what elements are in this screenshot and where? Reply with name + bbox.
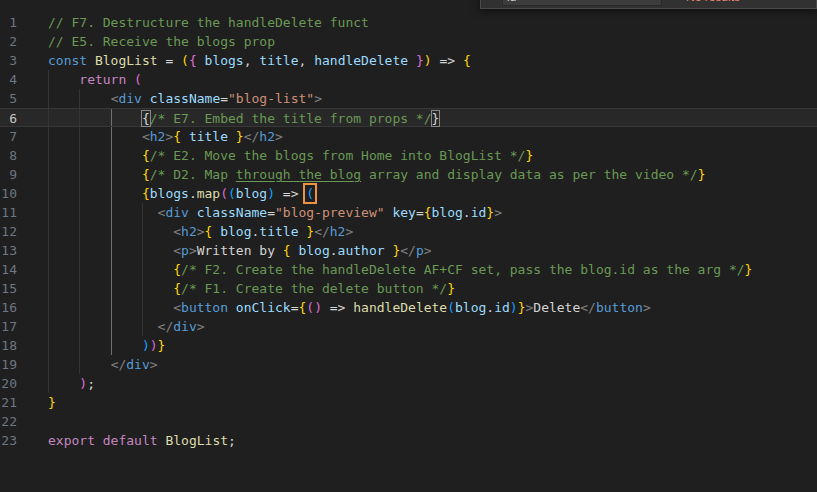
code-line[interactable]: 19 </div> <box>0 355 817 374</box>
code-text: return ( <box>48 70 142 89</box>
line-number: 10 <box>0 184 17 203</box>
line-number: 22 <box>0 412 17 431</box>
code-line[interactable]: 9 {/* D2. Map through the blog array and… <box>0 165 817 184</box>
code-line[interactable]: 23export default BlogList; <box>0 431 817 450</box>
find-toggles: Aa ab .* <box>605 0 657 5</box>
find-widget: › id Aa ab .* No results ≡ ✕ <box>480 0 817 9</box>
code-line[interactable]: 5 <div className="blog-list"> <box>0 89 817 108</box>
code-line[interactable]: 17 </div> <box>0 317 817 336</box>
line-number: 23 <box>0 431 17 450</box>
find-query-text: id <box>507 0 605 5</box>
line-number: 17 <box>0 317 17 336</box>
code-text: {blogs.map((blog) => ( <box>48 184 314 203</box>
code-text: {/* F1. Create the delete button */} <box>48 279 455 298</box>
code-line[interactable]: 16 <button onClick={() => handleDelete(b… <box>0 298 817 317</box>
code-line[interactable]: 12 <h2>{ blog.title }</h2> <box>0 222 817 241</box>
code-line[interactable]: 2// E5. Receive the blogs prop <box>0 32 817 51</box>
code-text: ); <box>48 374 95 393</box>
code-line[interactable]: 3const BlogList = ({ blogs, title, handl… <box>0 51 817 70</box>
code-text: {/* F2. Create the handleDelete AF+CF se… <box>48 260 752 279</box>
line-number: 16 <box>0 298 17 317</box>
code-line[interactable]: 15 {/* F1. Create the delete button */} <box>0 279 817 298</box>
code-text: // F7. Destructure the handleDelete func… <box>48 13 369 32</box>
code-line[interactable]: 14 {/* F2. Create the handleDelete AF+CF… <box>0 260 817 279</box>
find-close-icon[interactable]: ✕ <box>802 0 811 3</box>
code-text: <div className="blog-preview" key={blog.… <box>48 203 502 222</box>
code-editor: 1// F7. Destructure the handleDelete fun… <box>0 0 817 492</box>
code-text: ))} <box>48 336 165 355</box>
line-number: 21 <box>0 393 17 412</box>
code-text: export default BlogList; <box>48 431 236 450</box>
line-number: 9 <box>0 165 17 184</box>
code-line[interactable]: 11 <div className="blog-preview" key={bl… <box>0 203 817 222</box>
line-number: 18 <box>0 336 17 355</box>
code-line[interactable]: 21} <box>0 393 817 412</box>
code-line[interactable]: 18 ))} <box>0 336 817 355</box>
line-number: 11 <box>0 203 17 222</box>
line-number: 2 <box>0 32 17 51</box>
code-text: } <box>48 393 56 412</box>
line-number: 14 <box>0 260 17 279</box>
line-number: 1 <box>0 13 17 32</box>
line-number: 4 <box>0 70 17 89</box>
line-number: 5 <box>0 89 17 108</box>
code-text: <p>Written by { blog.author }</p> <box>48 241 432 260</box>
code-text: {/* E7. Embed the title from props */} <box>48 109 439 128</box>
code-text: const BlogList = ({ blogs, title, handle… <box>48 51 471 70</box>
code-line[interactable]: 13 <p>Written by { blog.author }</p> <box>0 241 817 260</box>
code-line[interactable]: 8 {/* E2. Move the blogs from Home into … <box>0 146 817 165</box>
code-line[interactable]: 1// F7. Destructure the handleDelete fun… <box>0 13 817 32</box>
code-line[interactable]: 10 {blogs.map((blog) => ( <box>0 184 817 203</box>
find-in-selection-icon[interactable]: ≡ <box>785 0 792 4</box>
line-number: 7 <box>0 127 17 146</box>
code-text: <h2>{ blog.title }</h2> <box>48 222 353 241</box>
code-text: // E5. Receive the blogs prop <box>48 32 275 51</box>
code-line[interactable]: 7 <h2>{ title }</h2> <box>0 127 817 146</box>
code-text: </div> <box>48 355 158 374</box>
line-number: 3 <box>0 51 17 70</box>
line-number: 8 <box>0 146 17 165</box>
line-number: 13 <box>0 241 17 260</box>
code-text: <h2>{ title }</h2> <box>48 127 283 146</box>
code-line[interactable]: 6 {/* E7. Embed the title from props */} <box>0 108 817 127</box>
code-text: {/* D2. Map through the blog array and d… <box>48 165 705 184</box>
code-line[interactable]: 22 <box>0 412 817 431</box>
code-text: <div className="blog-list"> <box>48 89 322 108</box>
code-line[interactable]: 4 return ( <box>0 70 817 89</box>
line-number: 19 <box>0 355 17 374</box>
line-number: 20 <box>0 374 17 393</box>
whole-word-icon[interactable]: ab <box>631 0 642 2</box>
find-toggle-replace-chevron-icon[interactable]: › <box>486 0 498 4</box>
match-case-icon[interactable]: Aa <box>610 0 622 2</box>
code-text: <button onClick={() => handleDelete(blog… <box>48 298 651 317</box>
code-line[interactable]: 20 ); <box>0 374 817 393</box>
code-text: {/* E2. Move the blogs from Home into Bl… <box>48 146 533 165</box>
find-input[interactable]: id Aa ab .* <box>502 0 662 6</box>
regex-icon[interactable]: .* <box>650 0 657 2</box>
line-number: 6 <box>0 109 17 128</box>
line-number: 12 <box>0 222 17 241</box>
line-number: 15 <box>0 279 17 298</box>
code-text: </div> <box>48 317 205 336</box>
find-results-label: No results <box>686 0 740 4</box>
